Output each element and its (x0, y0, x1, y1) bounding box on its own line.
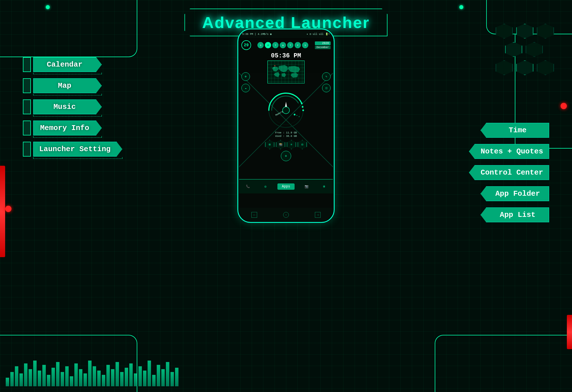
memory-info-label[interactable]: Memory Info (33, 121, 102, 135)
eq-bar (102, 375, 105, 386)
calendar-label[interactable]: Calendar (33, 57, 102, 72)
eq-bar (47, 375, 50, 386)
wd-w: W (280, 42, 286, 48)
map-label[interactable]: Map (33, 78, 102, 93)
music-label[interactable]: Music (33, 99, 102, 114)
wd-s1: S (257, 42, 264, 48)
eq-bar (65, 366, 69, 386)
menu-item-memory-info[interactable]: Memory Info (23, 121, 122, 135)
teal-dot-2 (459, 5, 463, 9)
nav-grid[interactable]: ⊞ (318, 185, 330, 188)
menu-item-app-folder[interactable]: App Folder (469, 186, 549, 201)
eq-bar (15, 366, 18, 386)
eq-bar (84, 373, 87, 386)
eq-bar (42, 365, 46, 386)
wd-t1: T (272, 42, 279, 48)
eq-bar (97, 371, 101, 386)
eq-bar (74, 363, 78, 386)
nav-phone[interactable]: 📞 (242, 185, 254, 188)
eq-bar (19, 373, 23, 386)
menu-item-control-center[interactable]: Control Center (469, 165, 549, 180)
eq-bar (88, 361, 92, 386)
memory-meter: Memory (260, 85, 312, 130)
red-bar-right (567, 315, 572, 349)
phone-outer: 5:36 PM | 4.1MB/s ◉ ✦ ⊡ ull ull 🔋+ ⊕ ☁ ✎… (237, 29, 335, 223)
wd-m: M (265, 42, 271, 48)
nav-photo[interactable]: 📷 (301, 185, 312, 188)
nav-camera2[interactable]: ◎ (260, 185, 271, 188)
eq-bar (125, 368, 128, 386)
svg-text:📍: 📍 (273, 65, 276, 68)
edit-icon[interactable]: ✎ (322, 72, 331, 81)
eq-bar (24, 363, 27, 386)
control-center-label[interactable]: Control Center (469, 165, 549, 180)
chat-icon[interactable]: ◫ (322, 84, 331, 92)
phone-mockup: 5:36 PM | 4.1MB/s ◉ ✦ ⊡ ull ull 🔋+ ⊕ ☁ ✎… (237, 29, 335, 223)
eq-bar (51, 368, 55, 386)
map-dashes (33, 94, 102, 95)
eq-bar (93, 366, 96, 386)
eq-bar (38, 371, 41, 386)
eq-bar (56, 362, 59, 386)
menu-item-music[interactable]: Music (23, 99, 122, 114)
eq-bar (70, 376, 73, 386)
phone-status-bar: 5:36 PM | 4.1MB/s ◉ ✦ ⊡ ull ull 🔋+ (241, 30, 331, 38)
eq-bar (166, 362, 169, 386)
meter-svg: Memory (260, 85, 312, 130)
menu-item-app-list[interactable]: App List (469, 207, 549, 222)
menu-item-time[interactable]: Time (469, 123, 549, 138)
eq-bar (61, 372, 64, 386)
time-label[interactable]: Time (480, 123, 549, 138)
world-map-svg: 📍 (268, 61, 304, 83)
cloud-icon[interactable]: ☁ (241, 84, 250, 92)
svg-point-12 (299, 116, 300, 117)
nav-home[interactable]: ○ (283, 212, 289, 218)
eq-bars (6, 358, 178, 386)
eq-bar (79, 369, 82, 386)
year-badge: 2020 (315, 41, 331, 45)
status-icons: ✦ ⊡ ull ull 🔋+ (307, 33, 330, 36)
compass-icon[interactable]: ⊕ (241, 72, 250, 81)
menu-item-box-calendar (23, 57, 31, 72)
side-icons-left: ⊕ ☁ (241, 72, 250, 92)
menu-item-notes-quotes[interactable]: Notes + Quotes (469, 144, 549, 159)
launcher-dashes (33, 157, 122, 159)
menu-item-calendar[interactable]: Calendar (23, 57, 122, 72)
year-month: 2020 December (315, 41, 331, 49)
launcher-setting-label[interactable]: Launcher Setting (33, 142, 122, 157)
notes-quotes-label[interactable]: Notes + Quotes (469, 144, 549, 159)
wd-s2: S (302, 42, 308, 48)
eq-bar (116, 362, 119, 386)
phone-map[interactable]: 📍 (267, 61, 305, 83)
app-list-label[interactable]: App List (480, 207, 549, 222)
red-dot-right (561, 103, 567, 109)
eq-bar (106, 365, 110, 386)
eq-bar (161, 369, 165, 386)
eq-bar (138, 366, 142, 386)
menu-item-box-memory (23, 121, 31, 135)
eq-bar (148, 361, 151, 386)
eq-bar (152, 375, 156, 386)
eq-bar (143, 371, 146, 386)
month-badge: December (315, 46, 331, 49)
red-dot-left (5, 206, 11, 212)
red-bar-left (0, 166, 5, 257)
eq-bar (120, 372, 124, 386)
eq-bar (134, 373, 137, 386)
nav-square[interactable]: ☐ (251, 212, 257, 218)
svg-point-6 (302, 109, 304, 111)
eq-bar (29, 369, 32, 386)
nav-apps[interactable]: Apps (277, 183, 295, 190)
nav-back[interactable]: ◁ (315, 212, 321, 218)
menu-item-box-map (23, 78, 31, 93)
eq-bar (157, 365, 160, 386)
menu-item-map[interactable]: Map (23, 78, 122, 93)
menu-item-launcher-setting[interactable]: Launcher Setting (23, 142, 122, 157)
phone-screen: ⊕ ☁ ✎ ◫ 29 S M T W T F S (239, 38, 333, 208)
eq-bar (170, 372, 174, 386)
screen-date-row: 29 S M T W T F S 2020 December (239, 39, 333, 51)
app-folder-label[interactable]: App Folder (480, 186, 549, 201)
clock-time: 05:36 PM (239, 52, 333, 59)
svg-point-10 (294, 114, 295, 115)
eq-bar (129, 363, 133, 386)
